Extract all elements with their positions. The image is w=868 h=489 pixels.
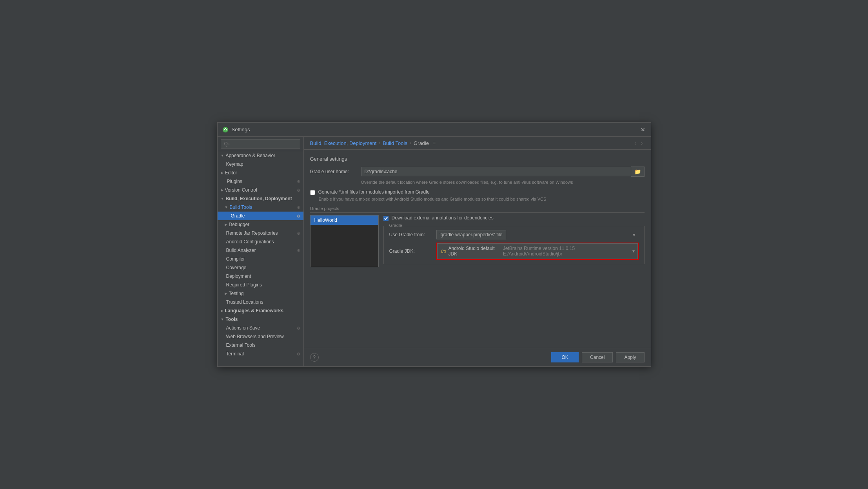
expand-arrow: ▼ [221,197,224,201]
breadcrumb-menu-icon[interactable]: ≡ [433,140,436,146]
sidebar-item-plugins[interactable]: Plugins ⚙ [218,177,303,186]
sidebar-item-label: External Tools [226,342,256,348]
sidebar-item-label: Build Analyzer [226,248,256,253]
gradle-section-title: Gradle [388,223,404,228]
project-list: HelloWorld [310,215,379,267]
use-gradle-from-row: Use Gradle from: 'gradle-wrapper.propert… [389,230,639,239]
nav-back-button[interactable]: ‹ [633,140,638,146]
sidebar-item-gradle[interactable]: Gradle ⚙ [218,212,303,220]
sidebar-item-label: Build, Execution, Deployment [225,196,292,201]
nav-forward-button[interactable]: › [639,140,645,146]
gear-icon: ⚙ [297,214,300,218]
use-gradle-from-label: Use Gradle from: [389,232,436,237]
sidebar-item-label: Testing [229,291,244,296]
browse-button[interactable]: 📁 [631,167,645,177]
breadcrumb-sep-1: › [379,140,380,146]
sidebar-item-required-plugins[interactable]: Required Plugins [218,281,303,289]
title-bar-left: Settings [222,127,250,133]
sidebar-item-label: Actions on Save [226,325,260,331]
sidebar-item-android-config[interactable]: Android Configurations [218,237,303,246]
sidebar-item-build-analyzer[interactable]: Build Analyzer ⚙ [218,246,303,255]
title-bar: Settings ✕ [218,123,651,137]
search-input[interactable] [221,139,300,149]
sidebar-item-label: Terminal [226,351,244,357]
sidebar-item-languages-frameworks[interactable]: ▶ Languages & Frameworks [218,306,303,315]
sidebar-item-build-tools[interactable]: ▼ Build Tools ⚙ [218,203,303,212]
sidebar-item-label: Build Tools [229,205,252,210]
gear-icon: ⚙ [297,188,300,192]
sidebar-item-compiler[interactable]: Compiler [218,255,303,263]
download-annotations-label[interactable]: Download external annotations for depend… [392,215,494,221]
folder-icon: 🗂 [441,248,446,254]
download-annotations-checkbox[interactable] [383,216,389,221]
sidebar-item-label: Keymap [226,161,243,167]
sidebar-item-terminal[interactable]: Terminal ⚙ [218,350,303,358]
gradle-projects-section: Gradle projects HelloWorld Download exte… [310,206,645,267]
gear-icon: ⚙ [297,326,300,330]
sidebar-item-label: Languages & Frameworks [225,308,283,313]
gradle-jdk-dropdown[interactable]: 🗂 Android Studio default JDK JetBrains R… [437,243,638,259]
sidebar-item-label: Required Plugins [226,282,262,288]
search-box [218,137,303,151]
sidebar-item-debugger[interactable]: ▶ Debugger [218,220,303,229]
bottom-bar: ? OK Cancel Apply [304,348,651,366]
use-gradle-from-wrapper: 'gradle-wrapper.properties' file Specifi… [436,230,639,239]
nav-arrows: ‹ › [633,140,644,146]
gradle-jdk-label: Gradle JDK: [389,248,436,254]
sidebar-item-external-tools[interactable]: External Tools [218,341,303,350]
sidebar-item-tools[interactable]: ▼ Tools [218,315,303,324]
sidebar-item-testing[interactable]: ▶ Testing [218,289,303,298]
breadcrumb-gradle: Gradle [414,140,429,146]
sidebar-item-actions-on-save[interactable]: Actions on Save ⚙ [218,324,303,332]
gradle-user-home-input[interactable] [361,167,631,176]
gradle-user-home-row: Gradle user home: 📁 [310,167,645,177]
dropdown-arrow-icon: ▾ [632,248,635,254]
sidebar-item-build-execution-deployment[interactable]: ▼ Build, Execution, Deployment [218,194,303,203]
sidebar-item-appearance-behavior[interactable]: ▼ Appearance & Behavior [218,151,303,160]
sidebar-item-web-browsers[interactable]: Web Browsers and Preview [218,332,303,341]
apply-button[interactable]: Apply [616,352,644,362]
expand-arrow: ▶ [225,223,227,226]
cancel-button[interactable]: Cancel [582,352,613,362]
gear-icon: ⚙ [297,352,300,356]
sidebar-item-label: Coverage [226,265,247,270]
main-content: ▼ Appearance & Behavior Keymap ▶ Editor … [218,137,651,366]
sidebar-item-label: Version Control [225,187,257,193]
generate-iml-label[interactable]: Generate *.iml files for modules importe… [318,189,430,195]
sidebar-item-deployment[interactable]: Deployment [218,272,303,281]
expand-arrow: ▶ [225,292,227,295]
sidebar: ▼ Appearance & Behavior Keymap ▶ Editor … [218,137,304,366]
gear-icon: ⚙ [297,231,300,235]
folder-icon: 📁 [634,168,641,175]
download-annotations-row: Download external annotations for depend… [383,215,645,221]
sidebar-item-trusted-locations[interactable]: Trusted Locations [218,298,303,306]
dialog-title: Settings [232,127,250,132]
sidebar-item-label: Deployment [226,273,251,279]
gradle-jdk-row: Gradle JDK: 🗂 Android Studio default JDK… [389,243,639,260]
gear-icon: ⚙ [297,205,300,210]
sidebar-item-label: Compiler [226,256,245,262]
close-button[interactable]: ✕ [640,127,646,133]
breadcrumb-build-exec[interactable]: Build, Execution, Deployment [310,140,377,146]
sidebar-item-version-control[interactable]: ▶ Version Control ⚙ [218,186,303,194]
generate-iml-checkbox[interactable] [310,190,315,195]
sidebar-item-keymap[interactable]: Keymap [218,160,303,168]
use-gradle-from-select[interactable]: 'gradle-wrapper.properties' file Specifi… [436,230,506,239]
sidebar-item-remote-jar[interactable]: Remote Jar Repositories ⚙ [218,229,303,237]
gear-icon: ⚙ [297,248,300,253]
gradle-projects-container: HelloWorld Download external annotations… [310,215,645,267]
expand-arrow: ▼ [225,205,228,209]
sidebar-item-coverage[interactable]: Coverage [218,263,303,272]
expand-arrow: ▶ [221,171,223,175]
sidebar-item-label: Tools [225,317,238,322]
sidebar-item-label: Remote Jar Repositories [226,230,278,236]
project-list-item-helloworld[interactable]: HelloWorld [311,216,378,225]
ok-button[interactable]: OK [551,352,579,362]
jdk-gray-text: JetBrains Runtime version 11.0.15 E:/And… [503,246,626,257]
jdk-dropdown-text: 🗂 Android Studio default JDK JetBrains R… [441,246,626,257]
breadcrumb-build-tools[interactable]: Build Tools [383,140,407,146]
sidebar-item-label: Trusted Locations [226,299,263,305]
help-button[interactable]: ? [310,353,319,362]
sidebar-item-editor[interactable]: ▶ Editor [218,168,303,177]
generate-iml-row: Generate *.iml files for modules importe… [310,189,645,195]
